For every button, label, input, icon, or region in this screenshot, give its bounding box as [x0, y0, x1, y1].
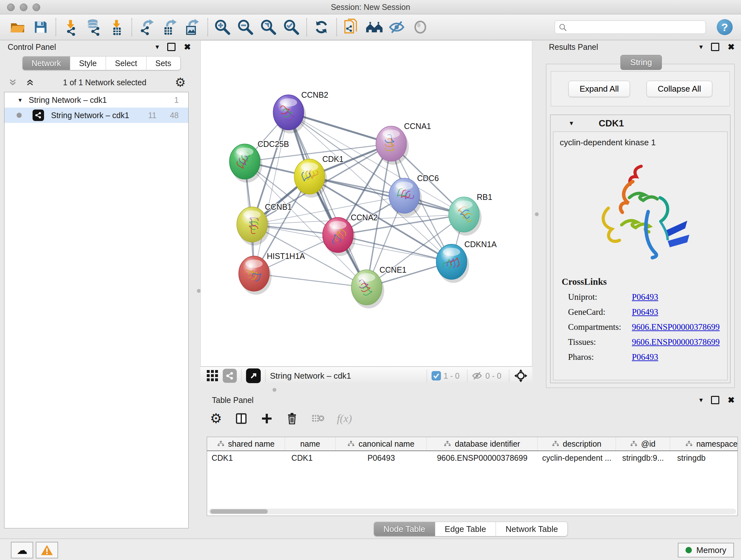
- memory-button[interactable]: Memory: [678, 543, 734, 557]
- network-share-icon[interactable]: [223, 369, 237, 383]
- function-builder-icon[interactable]: f(x): [337, 413, 352, 425]
- panel-collapse-icon[interactable]: ▾: [155, 43, 159, 51]
- column-header[interactable]: shared name: [207, 437, 285, 450]
- birdseye-view-icon[interactable]: [246, 368, 261, 383]
- table-cell[interactable]: CDK1: [207, 451, 285, 464]
- network-view-title: String Network – cdk1: [270, 371, 351, 381]
- network-node-label: RB1: [477, 192, 492, 201]
- tab-edge-table[interactable]: Edge Table: [435, 522, 496, 537]
- export-image-icon[interactable]: [183, 18, 202, 37]
- tree-expand-icon[interactable]: ▾: [18, 96, 22, 104]
- open-session-icon[interactable]: [8, 18, 27, 37]
- network-row-selected[interactable]: String Network – cdk1 11 48: [4, 108, 188, 123]
- table-panel-header: Table Panel ▾ ✖: [200, 393, 741, 407]
- zoom-in-icon[interactable]: [213, 18, 232, 37]
- expand-all-button[interactable]: Expand All: [568, 81, 630, 97]
- tab-select[interactable]: Select: [106, 56, 146, 70]
- import-table-icon[interactable]: [107, 18, 126, 37]
- network-edge[interactable]: [288, 112, 367, 287]
- toolbar-separator: [56, 18, 56, 36]
- selected-checkbox-icon[interactable]: [431, 371, 441, 381]
- network-options-gear-icon[interactable]: ⚙: [175, 76, 186, 88]
- node-gloss: [280, 98, 297, 107]
- network-collection-row[interactable]: ▾ String Network – cdk1 1: [4, 92, 188, 108]
- column-header[interactable]: @id: [616, 437, 670, 450]
- expand-all-chevron-icon[interactable]: [8, 78, 17, 87]
- save-session-icon[interactable]: [31, 18, 50, 37]
- collection-label: String Network – cdk1: [29, 96, 107, 105]
- help-icon[interactable]: ?: [717, 19, 733, 35]
- panel-close-icon[interactable]: ✖: [728, 395, 735, 405]
- tab-string[interactable]: String: [620, 55, 662, 70]
- create-column-plus-icon[interactable]: [260, 412, 273, 425]
- gene-collapse-icon[interactable]: ▾: [569, 119, 573, 127]
- panel-float-icon[interactable]: [711, 396, 719, 404]
- table-cell[interactable]: stringdb:9...: [616, 451, 670, 464]
- show-columns-icon[interactable]: [234, 412, 248, 426]
- panel-float-icon[interactable]: [711, 43, 719, 51]
- crosslink-link[interactable]: 9606.ENSP00000378699: [632, 322, 720, 332]
- column-header[interactable]: description: [538, 437, 616, 450]
- column-header[interactable]: namespace: [670, 437, 738, 450]
- tab-sets[interactable]: Sets: [146, 56, 181, 70]
- table-cell[interactable]: P06493: [336, 451, 427, 464]
- zoom-out-icon[interactable]: [236, 18, 255, 37]
- import-network-file-icon[interactable]: [61, 18, 80, 37]
- string-home-icon[interactable]: [365, 18, 384, 37]
- network-edge[interactable]: [254, 112, 288, 273]
- collapse-all-chevron-icon[interactable]: [25, 78, 35, 87]
- horizontal-scrollbar[interactable]: [208, 509, 736, 514]
- gene-section-header[interactable]: ▾ CDK1: [550, 115, 730, 132]
- control-panel: Control Panel ▾ ✖ Network Style Select S…: [0, 40, 197, 539]
- cloud-status-button[interactable]: ☁: [11, 542, 33, 558]
- warnings-button[interactable]: [36, 542, 58, 558]
- panel-collapse-icon[interactable]: ▾: [699, 396, 703, 404]
- bottom-splitter-handle[interactable]: [273, 388, 276, 392]
- network-edge[interactable]: [310, 177, 464, 214]
- network-canvas[interactable]: CCNB2CCNA1CDC25BCDK1CDC6RB1CCNB1CCNA2CDK…: [200, 40, 532, 367]
- crosslink-link[interactable]: 9606.ENSP00000378699: [632, 337, 720, 347]
- export-table-icon[interactable]: [160, 18, 179, 37]
- table-cell[interactable]: 9606.ENSP00000378699: [427, 451, 538, 464]
- zoom-fit-icon[interactable]: [259, 18, 278, 37]
- column-header[interactable]: name: [285, 437, 336, 450]
- import-network-database-icon[interactable]: [84, 18, 103, 37]
- crosslink-link[interactable]: P06493: [632, 292, 658, 302]
- tab-node-table[interactable]: Node Table: [374, 522, 435, 537]
- tab-network-table[interactable]: Network Table: [496, 522, 568, 537]
- right-splitter-handle[interactable]: [535, 212, 539, 216]
- hidden-eye-icon[interactable]: [472, 371, 483, 381]
- panel-close-icon[interactable]: ✖: [728, 42, 735, 52]
- search-input[interactable]: [555, 20, 706, 34]
- scrollbar-thumb[interactable]: [210, 509, 268, 514]
- tab-network[interactable]: Network: [22, 56, 70, 70]
- table-cell[interactable]: stringdb: [670, 451, 738, 464]
- hide-results-eye-icon[interactable]: [388, 18, 407, 37]
- sitemap-icon: [217, 441, 224, 447]
- table-cell[interactable]: CDK1: [285, 451, 336, 464]
- collapse-all-button[interactable]: Collapse All: [647, 81, 712, 97]
- network-node-label: CCNB1: [265, 202, 292, 211]
- zoom-selected-icon[interactable]: [282, 18, 300, 37]
- fit-content-crosshair-icon[interactable]: [514, 369, 528, 383]
- column-header[interactable]: database identifier: [427, 437, 538, 450]
- panel-close-icon[interactable]: ✖: [184, 42, 191, 52]
- panel-float-icon[interactable]: [167, 43, 176, 51]
- grid-view-icon[interactable]: [206, 369, 219, 382]
- column-header[interactable]: canonical name: [336, 437, 427, 450]
- refresh-icon[interactable]: [312, 18, 331, 37]
- crosslink-row: Pharos: P06493: [568, 352, 727, 362]
- delete-table-icon[interactable]: [311, 412, 325, 425]
- show-overview-eye-icon[interactable]: [411, 18, 429, 37]
- table-cell[interactable]: cyclin-dependent ...: [538, 451, 616, 464]
- current-network-dot: [17, 113, 22, 118]
- crosslink-link[interactable]: P06493: [632, 307, 658, 317]
- table-row[interactable]: CDK1 CDK1 P06493 9606.ENSP00000378699 cy…: [207, 451, 738, 464]
- export-network-icon[interactable]: [137, 18, 156, 37]
- panel-collapse-icon[interactable]: ▾: [699, 43, 703, 51]
- string-network-document-icon[interactable]: [342, 18, 360, 37]
- tab-style[interactable]: Style: [70, 56, 106, 70]
- delete-column-trash-icon[interactable]: [285, 412, 299, 425]
- table-options-gear-icon[interactable]: ⚙: [210, 412, 222, 425]
- crosslink-link[interactable]: P06493: [632, 352, 658, 362]
